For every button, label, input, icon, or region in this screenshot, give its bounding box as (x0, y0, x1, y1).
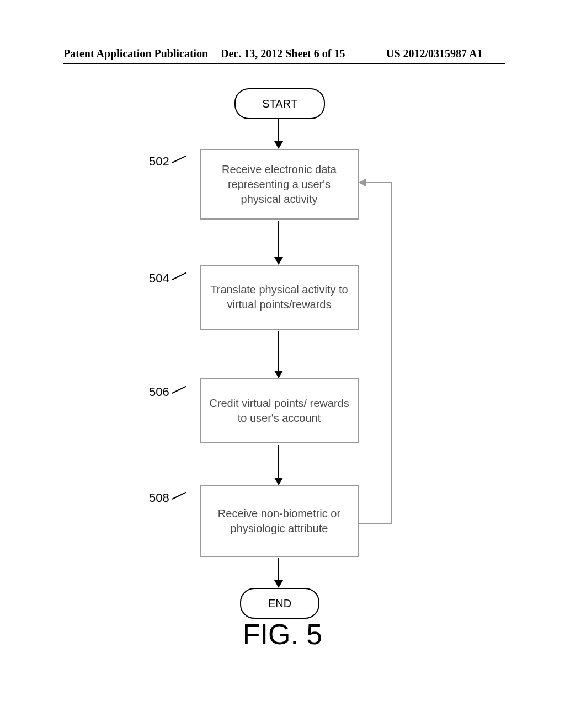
ref-502: 502 (149, 154, 169, 169)
figure-label: FIG. 5 (0, 618, 565, 651)
step-508: Receive non-biometric or physiologic att… (200, 485, 359, 557)
connector (278, 558, 279, 581)
step-504: Translate physical activity to virtual p… (200, 265, 359, 330)
flowchart: START Receive electronic data representi… (143, 88, 452, 640)
step-504-text: Translate physical activity to virtual p… (207, 282, 351, 312)
arrowhead-down-icon (274, 257, 283, 265)
ref-508: 508 (149, 491, 169, 505)
header-rule (63, 63, 505, 64)
connector (278, 331, 279, 372)
loop-connector (391, 182, 392, 524)
arrowhead-down-icon (274, 478, 283, 485)
loop-connector (359, 523, 392, 524)
step-502-text: Receive electronic data representing a u… (207, 162, 351, 207)
ref-506: 506 (149, 385, 169, 399)
leader-line (172, 272, 186, 280)
header-mid: Dec. 13, 2012 Sheet 6 of 15 (221, 47, 345, 60)
arrowhead-left-icon (359, 178, 366, 187)
leader-line (172, 156, 186, 163)
connector (278, 221, 279, 258)
step-506-text: Credit virtual points/ rewards to user's… (207, 396, 351, 426)
step-508-text: Receive non-biometric or physiologic att… (207, 506, 351, 536)
arrowhead-down-icon (274, 141, 283, 149)
terminal-end: END (240, 588, 319, 619)
connector (278, 445, 279, 479)
arrowhead-down-icon (274, 580, 283, 588)
loop-connector (366, 182, 392, 183)
header-right: US 2012/0315987 A1 (386, 47, 482, 60)
ref-504: 504 (149, 271, 169, 286)
step-506: Credit virtual points/ rewards to user's… (200, 378, 359, 443)
terminal-start: START (234, 88, 325, 119)
connector (278, 118, 279, 142)
leader-line (172, 492, 186, 500)
leader-line (172, 386, 186, 394)
arrowhead-down-icon (274, 371, 283, 378)
header-left: Patent Application Publication (63, 47, 208, 60)
step-502: Receive electronic data representing a u… (200, 149, 359, 220)
